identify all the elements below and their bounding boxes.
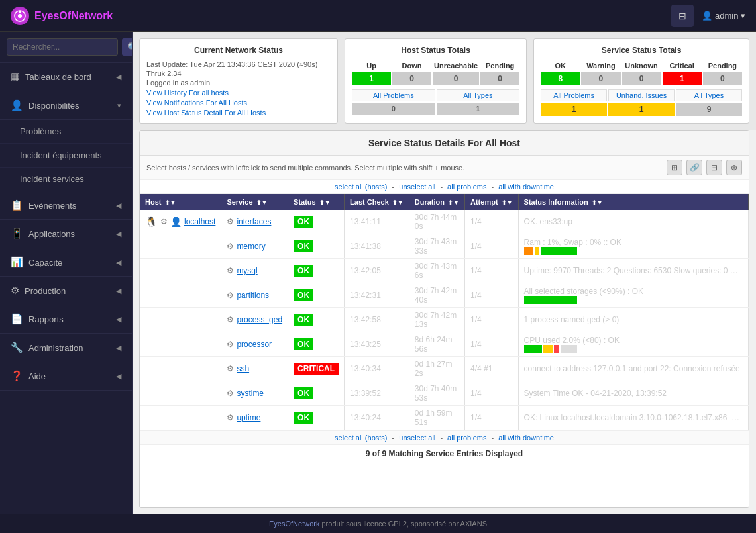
sidebar-item-capacite[interactable]: 📊 Capacité ◀: [0, 248, 132, 277]
status-cell: OK: [288, 381, 345, 406]
sidebar-item-tableaux[interactable]: ▦ Tableaux de bord ◀: [0, 63, 132, 91]
all-problems-link[interactable]: all problems: [447, 183, 486, 191]
topnav-right: ⊟ 👤 admin ▾: [671, 5, 745, 27]
footer-link[interactable]: EyesOfNetwork: [269, 520, 319, 528]
svg-point-2: [19, 11, 21, 13]
service-gear-icon[interactable]: ⚙: [227, 340, 234, 349]
last-check-cell: 13:43:25: [345, 332, 409, 357]
service-cell: ⚙ processor: [221, 332, 288, 357]
status-badge: OK: [294, 412, 313, 424]
rapports-icon: 📄: [11, 313, 23, 325]
service-gear-icon[interactable]: ⚙: [227, 242, 234, 251]
info-text: CPU used 2.0% (<80) : OK: [524, 336, 620, 345]
svc-col-warning: Warning: [581, 60, 620, 71]
sidebar-item-label: Applications: [28, 229, 111, 239]
host-cell: [140, 357, 221, 381]
service-gear-icon[interactable]: ⚙: [227, 291, 234, 300]
sidebar-item-incident-services[interactable]: Incident services: [0, 168, 132, 191]
service-link[interactable]: mysql: [237, 266, 257, 275]
tableaux-icon: ▦: [11, 71, 20, 83]
info-text: 1 process named ged (> 0): [524, 315, 620, 324]
sidebar-item-production[interactable]: ⚙ Production ◀: [0, 277, 132, 305]
status-cell: OK: [288, 283, 345, 308]
bottom-with-downtime[interactable]: all with downtime: [498, 434, 554, 442]
attempt-cell: 4/4 #1: [465, 357, 519, 381]
service-link[interactable]: processor: [237, 340, 272, 349]
service-link[interactable]: partitions: [237, 291, 269, 300]
info-text: connect to address 127.0.0.1 and port 22…: [524, 364, 740, 373]
all-with-downtime-link[interactable]: all with downtime: [498, 183, 554, 191]
icon-link[interactable]: 🔗: [686, 160, 702, 175]
duration-cell: 30d 7h 43m 6s: [409, 259, 464, 283]
col-info[interactable]: Status Information ⬆▼: [518, 194, 748, 210]
service-link[interactable]: memory: [237, 242, 265, 251]
svc-all-types-link[interactable]: All Types: [676, 89, 742, 101]
sort-attempt-icon: ⬆▼: [502, 199, 513, 206]
chevron-icon: ◀: [116, 372, 121, 381]
view-host-status-link[interactable]: View Host Status Detail For All Hosts: [146, 109, 331, 117]
service-gear-icon[interactable]: ⚙: [227, 389, 234, 398]
chevron-icon: ◀: [116, 315, 121, 324]
service-link[interactable]: process_ged: [237, 315, 282, 324]
select-all-link[interactable]: select all (hosts): [335, 183, 387, 191]
service-gear-icon[interactable]: ⚙: [227, 315, 234, 324]
refresh-button[interactable]: ⊟: [671, 5, 694, 27]
host-link[interactable]: localhost: [184, 217, 215, 226]
host-all-problems-link[interactable]: All Problems: [352, 89, 435, 101]
sidebar-item-problemes[interactable]: Problèmes: [0, 120, 132, 144]
service-link[interactable]: systime: [237, 389, 264, 398]
status-badge: OK: [294, 265, 313, 277]
service-gear-icon[interactable]: ⚙: [227, 217, 234, 226]
icon-table[interactable]: ⊟: [706, 160, 722, 175]
last-check-cell: 13:41:11: [345, 210, 409, 234]
host-gear-icon[interactable]: ⚙: [160, 217, 168, 226]
service-link[interactable]: interfaces: [237, 217, 271, 226]
admin-menu[interactable]: 👤 admin ▾: [702, 11, 745, 21]
col-status[interactable]: Status ⬆▼: [288, 194, 345, 210]
service-gear-icon[interactable]: ⚙: [227, 364, 234, 373]
icon-grid[interactable]: ⊞: [667, 160, 682, 175]
duration-cell: 8d 6h 24m 56s: [409, 332, 464, 357]
search-input[interactable]: [7, 38, 118, 56]
view-history-link[interactable]: View History For all hosts: [146, 89, 331, 97]
svc-all-problems-link[interactable]: All Problems: [541, 89, 607, 101]
col-service[interactable]: Service ⬆▼: [221, 194, 288, 210]
host-all-types-link[interactable]: All Types: [437, 89, 520, 101]
status-badge: OK: [294, 289, 313, 301]
last-check-cell: 13:42:05: [345, 259, 409, 283]
bottom-select-all[interactable]: select all (hosts): [335, 434, 387, 442]
status-badge: OK: [294, 338, 313, 350]
sidebar-item-aide[interactable]: ❓ Aide ◀: [0, 362, 132, 391]
col-attempt[interactable]: Attempt ⬆▼: [465, 194, 519, 210]
sidebar-item-incident-equip[interactable]: Incident équipements: [0, 144, 132, 168]
table-row: ⚙ memory OK13:41:3830d 7h 43m 33s1/4Ram …: [140, 234, 749, 259]
evenements-icon: 📋: [11, 199, 23, 211]
network-status-panel: Current Network Status Last Update: Tue …: [139, 38, 338, 124]
host-pending-count: 0: [480, 72, 519, 85]
col-lastcheck[interactable]: Last Check ⬆▼: [345, 194, 409, 210]
svc-unhand-link[interactable]: Unhand. Issues: [608, 89, 675, 101]
sidebar-item-disponibilites[interactable]: 👤 Disponibilités ▾: [0, 91, 132, 120]
bottom-unselect-all[interactable]: unselect all: [399, 434, 435, 442]
col-host[interactable]: Host ⬆▼: [140, 194, 221, 210]
icon-export[interactable]: ⊕: [726, 160, 742, 175]
bottom-all-problems[interactable]: all problems: [447, 434, 486, 442]
host-status-panel: Host Status Totals Up Down Unreachable P…: [345, 38, 527, 124]
service-cell: ⚙ memory: [221, 234, 288, 259]
service-link[interactable]: uptime: [237, 413, 260, 422]
table-row: ⚙ processor OK13:43:258d 6h 24m 56s1/4CP…: [140, 332, 749, 357]
sidebar-item-administration[interactable]: 🔧 Administration ◀: [0, 334, 132, 362]
sidebar-item-label: Administration: [28, 343, 111, 353]
search-button[interactable]: 🔍: [122, 38, 133, 56]
view-notifications-link[interactable]: View Notifications For All Hosts: [146, 99, 331, 107]
unselect-all-link[interactable]: unselect all: [399, 183, 435, 191]
service-link[interactable]: ssh: [237, 364, 249, 373]
aide-icon: ❓: [11, 370, 23, 382]
service-gear-icon[interactable]: ⚙: [227, 266, 234, 275]
service-gear-icon[interactable]: ⚙: [227, 413, 234, 422]
col-duration[interactable]: Duration ⬆▼: [409, 194, 464, 210]
sidebar-item-applications[interactable]: 📱 Applications ◀: [0, 220, 132, 248]
sidebar-item-evenements[interactable]: 📋 Evènements ◀: [0, 191, 132, 220]
sidebar-item-rapports[interactable]: 📄 Rapports ◀: [0, 305, 132, 334]
perf-bar: [524, 296, 577, 304]
